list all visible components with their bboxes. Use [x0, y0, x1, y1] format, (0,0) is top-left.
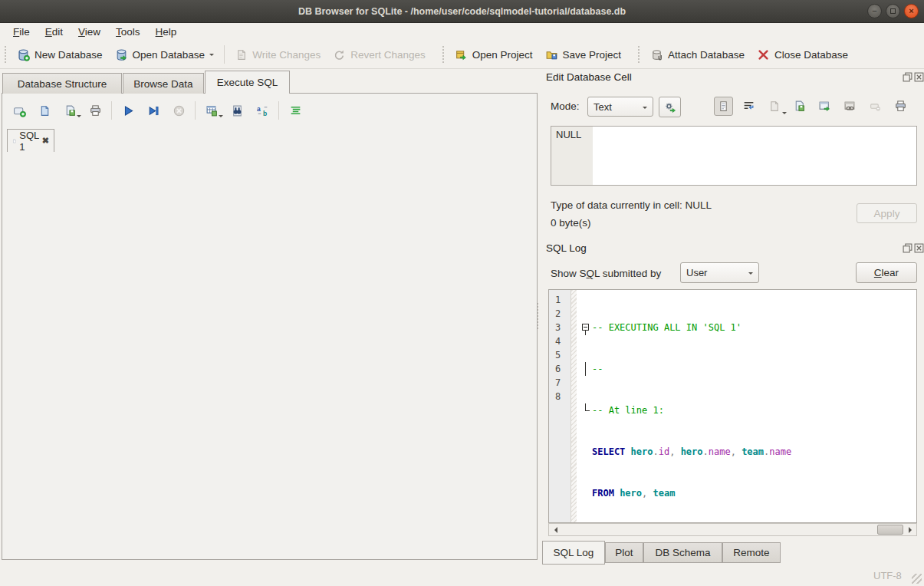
save-results-icon [206, 104, 219, 117]
open-in-window-icon [818, 100, 831, 113]
cell-panel-title: Edit Database Cell [546, 71, 632, 83]
chevron-down-icon [643, 107, 647, 111]
menu-item-help[interactable]: Help [148, 24, 185, 40]
tab-remote[interactable]: Remote [722, 542, 781, 563]
title-bar[interactable]: DB Browser for SQLite - /home/user/code/… [0, 0, 924, 23]
tab-sql-log[interactable]: SQL Log [542, 541, 605, 565]
log-filter-select[interactable]: User [680, 262, 759, 283]
toolbar-drag-handle[interactable] [636, 46, 643, 63]
mode-select[interactable]: Text [587, 97, 653, 117]
minimize-button[interactable]: − [867, 4, 882, 18]
open-project-button[interactable]: Open Project [449, 44, 539, 65]
menu-item-file[interactable]: File [5, 24, 38, 40]
new-database-button[interactable]: New Database [11, 44, 109, 65]
float-panel-icon[interactable] [903, 72, 912, 82]
sql-tab[interactable]: SQL 1 ✖ [7, 129, 54, 152]
word-wrap-button[interactable] [739, 97, 758, 116]
save-sql-dropdown-icon[interactable] [77, 115, 81, 120]
menu-item-tools[interactable]: Tools [108, 24, 148, 40]
link-icon [843, 100, 857, 113]
mode-label: Mode: [551, 100, 580, 112]
save-as-icon [793, 100, 806, 113]
close-panel-icon[interactable] [914, 72, 924, 82]
new-sql-tab-button[interactable] [11, 102, 28, 119]
open-sql-file-button[interactable] [36, 102, 53, 119]
resize-grip[interactable] [912, 574, 922, 584]
tab-plot[interactable]: Plot [605, 542, 643, 563]
float-panel-icon[interactable] [903, 243, 912, 253]
import-file-icon [768, 100, 781, 113]
close-panel-icon[interactable] [914, 243, 924, 253]
fold-collapse-icon[interactable] [580, 321, 592, 334]
execute-all-button[interactable] [120, 102, 136, 119]
find-icon [231, 104, 244, 117]
log-line: -- At line 1: [577, 403, 916, 417]
log-line: -- EXECUTING ALL IN 'SQL 1' [577, 321, 916, 334]
stop-button[interactable] [170, 102, 187, 119]
scrollbar-thumb[interactable] [877, 525, 903, 535]
sql-log-editor[interactable]: 1 2 3 4 5 6 7 8 -- EXECUTING ALL IN 'SQL… [548, 289, 917, 523]
sql-tab-close-icon[interactable]: ✖ [42, 136, 49, 146]
write-changes-button[interactable]: Write Changes [229, 44, 327, 65]
print-icon [89, 104, 102, 117]
cell-type-info: Type of data currently in cell: NULL [551, 199, 712, 211]
scrollbar-track[interactable] [561, 524, 904, 535]
find-button[interactable] [229, 102, 245, 119]
svg-text:b: b [263, 110, 267, 117]
open-database-dropdown-icon[interactable] [209, 54, 214, 58]
save-project-icon [545, 48, 558, 61]
auto-format-button[interactable] [287, 102, 304, 119]
scroll-left-button[interactable] [549, 524, 561, 535]
set-null-icon [869, 100, 882, 113]
attach-database-button[interactable]: Attach Database [644, 44, 751, 65]
save-project-button[interactable]: Save Project [539, 44, 628, 65]
log-line: SELECT hero.id, hero.name, team.name [577, 445, 916, 459]
set-null-button[interactable] [866, 97, 885, 116]
toolbar-drag-handle[interactable] [3, 46, 9, 63]
clear-log-button[interactable]: Clear [856, 262, 917, 283]
log-scrollbar[interactable] [548, 523, 917, 536]
execute-sql-panel [2, 93, 538, 560]
fold-margin [571, 290, 577, 522]
stop-icon [173, 104, 186, 117]
print-button[interactable] [87, 102, 104, 119]
open-database-button[interactable]: Open Database [109, 44, 221, 65]
cell-editor-toolbar [714, 97, 910, 116]
save-sql-file-icon [64, 104, 77, 117]
apply-button[interactable]: Apply [857, 203, 917, 223]
maximize-button[interactable] [886, 4, 900, 18]
execute-current-line-button[interactable] [145, 102, 162, 119]
save-sql-file-button[interactable] [61, 102, 78, 119]
encoding-label: UTF-8 [873, 570, 902, 581]
close-icon: × [909, 7, 913, 15]
open-in-window-button[interactable] [815, 97, 834, 116]
save-results-dropdown-icon[interactable] [219, 115, 223, 120]
revert-changes-button[interactable]: Revert Changes [327, 44, 432, 65]
text-mode-button[interactable] [714, 97, 733, 116]
menu-item-view[interactable]: View [71, 24, 108, 40]
import-data-button[interactable] [765, 97, 784, 116]
tab-browse-data[interactable]: Browse Data [123, 73, 204, 94]
import-dropdown-icon[interactable] [782, 112, 787, 117]
menu-item-edit[interactable]: Edit [38, 24, 71, 40]
import-as-mode-button[interactable] [659, 97, 681, 117]
close-database-button[interactable]: Close Database [751, 44, 854, 65]
log-line: -- [577, 362, 916, 376]
tab-execute-sql[interactable]: Execute SQL [205, 71, 290, 94]
close-button[interactable]: × [904, 4, 919, 18]
window-title: DB Browser for SQLite - /home/user/code/… [298, 6, 626, 17]
tab-db-schema[interactable]: DB Schema [643, 542, 722, 563]
minimize-icon: − [872, 7, 876, 15]
copy-link-button[interactable] [840, 97, 860, 116]
cell-value-editor[interactable]: NULL [551, 126, 917, 186]
print-cell-button[interactable] [891, 97, 910, 116]
tab-database-structure[interactable]: Database Structure [2, 73, 122, 94]
find-replace-button[interactable]: ab [254, 102, 271, 119]
arrow-left-icon [551, 527, 557, 533]
save-results-button[interactable] [203, 102, 220, 119]
scroll-right-button[interactable] [904, 524, 916, 535]
arrow-right-icon [909, 527, 915, 533]
save-as-button[interactable] [790, 97, 809, 116]
open-project-icon [455, 48, 468, 61]
toolbar-drag-handle[interactable] [441, 46, 447, 63]
